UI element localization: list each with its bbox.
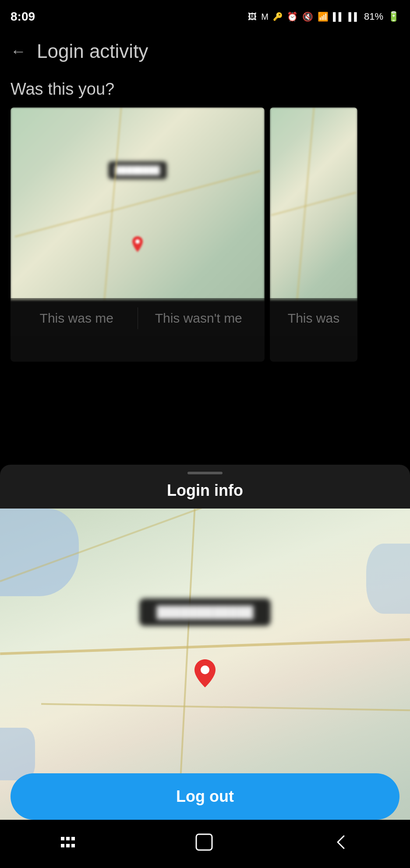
nav-back-icon[interactable] xyxy=(332,832,351,856)
back-button[interactable]: ← xyxy=(11,42,26,60)
card-map-main: ████████ xyxy=(11,107,265,300)
photo-icon: 🖼 xyxy=(248,12,257,22)
svg-rect-8 xyxy=(196,834,212,850)
status-icons: 🖼 M 🔑 ⏰ 🔇 📶 ▌▌ ▌▌ 81% 🔋 xyxy=(248,11,399,22)
logout-container: Log out xyxy=(0,773,410,820)
gmail-icon: M xyxy=(261,12,269,22)
battery-text: 81% xyxy=(364,11,383,22)
sheet-title: Login info xyxy=(0,478,410,509)
svg-rect-4 xyxy=(71,837,75,840)
was-this-you-label: Was this you? xyxy=(11,80,399,99)
sheet-handle[interactable] xyxy=(0,465,410,478)
svg-rect-6 xyxy=(66,844,70,847)
map-road-h1 xyxy=(0,638,410,655)
status-bar: 8:09 🖼 M 🔑 ⏰ 🔇 📶 ▌▌ ▌▌ 81% 🔋 xyxy=(0,0,410,32)
svg-rect-5 xyxy=(61,844,64,847)
bottom-sheet: Login info ████████████ Log out xyxy=(0,465,410,868)
battery-icon: 🔋 xyxy=(388,11,399,22)
mute-icon: 🔇 xyxy=(302,11,313,22)
sheet-handle-bar xyxy=(187,472,223,474)
logout-button[interactable]: Log out xyxy=(11,773,399,820)
signal2-icon: ▌▌ xyxy=(348,12,360,21)
map-tooltip: ████████████ xyxy=(139,598,271,626)
wifi-icon: 📶 xyxy=(318,11,329,22)
map-water-1 xyxy=(0,509,79,596)
map-water-3 xyxy=(0,728,35,780)
svg-rect-7 xyxy=(71,844,75,847)
card-map-tooltip: ████████ xyxy=(108,161,167,179)
status-time: 8:09 xyxy=(11,10,35,24)
alarm-icon: ⏰ xyxy=(287,11,298,22)
svg-point-1 xyxy=(201,665,209,674)
signal-icon: ▌▌ xyxy=(333,12,344,21)
nav-menu-icon[interactable] xyxy=(59,833,77,855)
nav-bar xyxy=(0,820,410,868)
svg-point-0 xyxy=(135,239,140,244)
key-icon: 🔑 xyxy=(273,12,283,21)
top-bar: ← Login activity xyxy=(0,32,410,71)
map-road-h2 xyxy=(41,703,410,711)
map-pin xyxy=(194,659,216,689)
nav-home-icon[interactable] xyxy=(194,832,214,856)
card-map-pin xyxy=(132,236,143,250)
svg-rect-3 xyxy=(66,837,70,840)
bottom-sheet-overlay: Login info ████████████ Log out xyxy=(0,298,410,868)
card-map-secondary xyxy=(270,107,357,300)
map-water-2 xyxy=(366,544,410,614)
page-title: Login activity xyxy=(37,40,148,62)
svg-rect-2 xyxy=(61,837,64,840)
